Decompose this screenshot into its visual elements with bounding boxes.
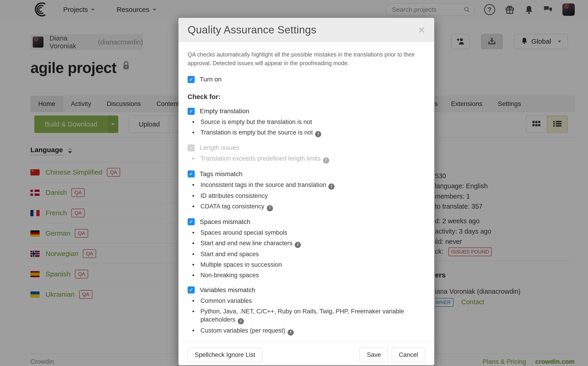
- modal-header: Quality Assurance Settings ×: [178, 18, 434, 42]
- check-item: Source is empty but the translation is n…: [188, 118, 427, 126]
- check-item: Python, Java, .NET, C/C++, Ruby on Rails…: [188, 307, 427, 324]
- turn-on-label: Turn on: [200, 76, 221, 83]
- modal-footer-right: Save Cancel: [360, 348, 425, 362]
- section-checkbox-row: ✓ Empty translation: [188, 107, 425, 115]
- check-item: Multiple spaces in succession: [188, 261, 427, 269]
- check-icon: ✓: [189, 171, 193, 177]
- check-icon: ✓: [189, 219, 193, 224]
- check-item: Translation exceeds predefined length li…: [188, 155, 427, 163]
- check-item: Spaces around special symbols: [188, 229, 427, 237]
- check-item: Common variables: [188, 297, 427, 305]
- section-label: Spaces mismatch: [200, 218, 250, 226]
- modal-title: Quality Assurance Settings: [188, 23, 316, 36]
- section-label: Empty translation: [200, 107, 249, 115]
- section-checkbox-row: ✓ Variables mismatch: [188, 286, 425, 294]
- section-checkbox-row: ✓ Spaces mismatch: [188, 218, 425, 226]
- info-icon[interactable]: !: [328, 183, 335, 190]
- check-icon: ✓: [189, 287, 193, 293]
- info-icon[interactable]: !: [315, 131, 321, 137]
- cancel-button[interactable]: Cancel: [392, 348, 425, 362]
- check-item: Translation is empty but the source is n…: [188, 129, 427, 137]
- check-icon: ✓: [189, 77, 193, 82]
- check-item: Inconsistent tags in the source and tran…: [188, 181, 427, 190]
- close-icon[interactable]: ×: [418, 24, 425, 36]
- section-spaces-mismatch: ✓ Spaces mismatch Spaces around special …: [188, 218, 425, 280]
- spaces-mismatch-checkbox[interactable]: ✓: [188, 218, 195, 225]
- section-length-issues: ✓ Length issues Translation exceeds pred…: [188, 144, 425, 163]
- variables-mismatch-checkbox[interactable]: ✓: [188, 286, 195, 293]
- section-empty-translation: ✓ Empty translation Source is empty but …: [188, 107, 425, 137]
- turn-on-row: ✓ Turn on: [188, 76, 425, 83]
- section-label: Variables mismatch: [200, 286, 255, 294]
- section-label: Tags mismatch: [200, 170, 243, 178]
- check-item: Custom variables (per request)!: [188, 327, 427, 335]
- check-item: ID attributes consistency: [188, 192, 427, 200]
- info-icon[interactable]: !: [295, 242, 301, 248]
- section-checkbox-row: ✓ Tags mismatch: [188, 170, 425, 178]
- turn-on-checkbox[interactable]: ✓: [188, 76, 195, 83]
- length-issues-checkbox: ✓: [188, 144, 195, 152]
- modal-footer: Spellcheck Ignore List Save Cancel: [178, 342, 434, 362]
- spellcheck-ignore-list-button[interactable]: Spellcheck Ignore List: [188, 348, 262, 362]
- modal-body: QA checks automatically highlight all th…: [178, 50, 434, 336]
- qa-settings-modal: Quality Assurance Settings × QA checks a…: [178, 18, 434, 365]
- check-item: Non-breaking spaces: [188, 271, 427, 280]
- check-item: Start and end spaces: [188, 250, 427, 259]
- qa-description: QA checks automatically highlight all th…: [188, 50, 423, 68]
- check-item: Start and end new line characters!: [188, 239, 427, 248]
- section-checkbox-row: ✓ Length issues: [188, 144, 425, 152]
- info-icon[interactable]: !: [323, 157, 329, 164]
- section-variables-mismatch: ✓ Variables mismatch Common variables Py…: [188, 286, 425, 336]
- info-icon[interactable]: !: [288, 329, 294, 336]
- tags-mismatch-checkbox[interactable]: ✓: [188, 170, 195, 177]
- save-button[interactable]: Save: [360, 348, 388, 362]
- crowdin-app: Projects Resources ?: [0, 0, 588, 366]
- check-icon: ✓: [189, 145, 193, 151]
- section-label: Length issues: [200, 144, 239, 152]
- check-for-heading: Check for:: [188, 93, 425, 101]
- info-icon[interactable]: !: [238, 318, 244, 324]
- empty-translation-checkbox[interactable]: ✓: [188, 108, 195, 115]
- check-icon: ✓: [189, 109, 193, 114]
- info-icon[interactable]: !: [267, 205, 273, 211]
- section-tags-mismatch: ✓ Tags mismatch Inconsistent tags in the…: [188, 170, 425, 211]
- check-item: CDATA tag consistency!: [188, 202, 427, 211]
